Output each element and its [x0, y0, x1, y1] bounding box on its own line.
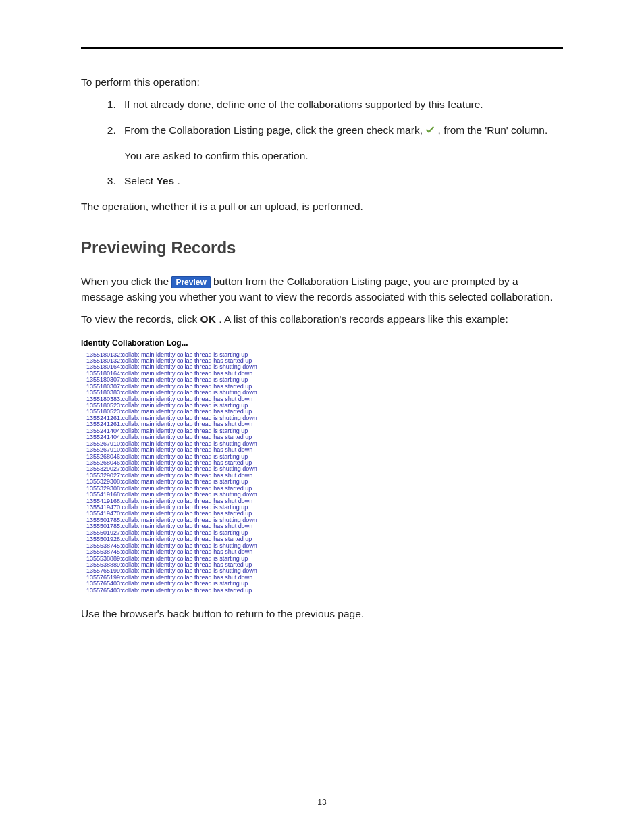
log-example-block: Identity Collaboration Log... 1355180132…	[81, 337, 563, 594]
log-title: Identity Collaboration Log...	[81, 337, 563, 349]
section-heading-previewing-records: Previewing Records	[81, 236, 563, 260]
intro-paragraph: To perform this operation:	[81, 74, 563, 90]
p2-ok: OK	[200, 313, 216, 325]
checkmark-icon	[425, 123, 435, 138]
step-2-text-b: , from the 'Run' column.	[438, 124, 548, 136]
p2-text-a: To view the records, click	[81, 313, 200, 325]
steps-list: If not already done, define one of the c…	[81, 97, 563, 188]
preview-paragraph-1: When you click the Preview button from t…	[81, 273, 563, 305]
step-2-subtext: You are asked to confirm this operation.	[124, 148, 563, 163]
page-number: 13	[81, 798, 563, 807]
step-3-text-c: .	[177, 175, 180, 186]
preview-button-inline: Preview	[171, 276, 210, 288]
top-horizontal-rule	[81, 47, 563, 49]
p1-text-a: When you click the	[81, 276, 171, 287]
log-lines: 1355180132:collab: main identity collab …	[81, 352, 563, 594]
bottom-horizontal-rule	[81, 793, 563, 793]
step-3-yes: Yes	[156, 175, 174, 186]
page-footer: 13	[81, 793, 563, 807]
after-steps-paragraph: The operation, whether it is a pull or a…	[81, 199, 563, 214]
step-3: Select Yes .	[119, 173, 563, 188]
step-1-text: If not already done, define one of the c…	[124, 99, 483, 110]
step-3-text-a: Select	[124, 175, 156, 186]
page-container: To perform this operation: If not alread…	[0, 0, 644, 834]
after-log-paragraph: Use the browser's back button to return …	[81, 606, 563, 621]
step-2-text-a: From the Collaboration Listing page, cli…	[124, 124, 425, 136]
body-content: To perform this operation: If not alread…	[81, 74, 563, 621]
preview-paragraph-2: To view the records, click OK . A list o…	[81, 311, 563, 327]
p2-text-c: . A list of this collaboration's records…	[219, 313, 508, 325]
step-2: From the Collaboration Listing page, cli…	[119, 122, 563, 164]
step-1: If not already done, define one of the c…	[119, 97, 563, 112]
